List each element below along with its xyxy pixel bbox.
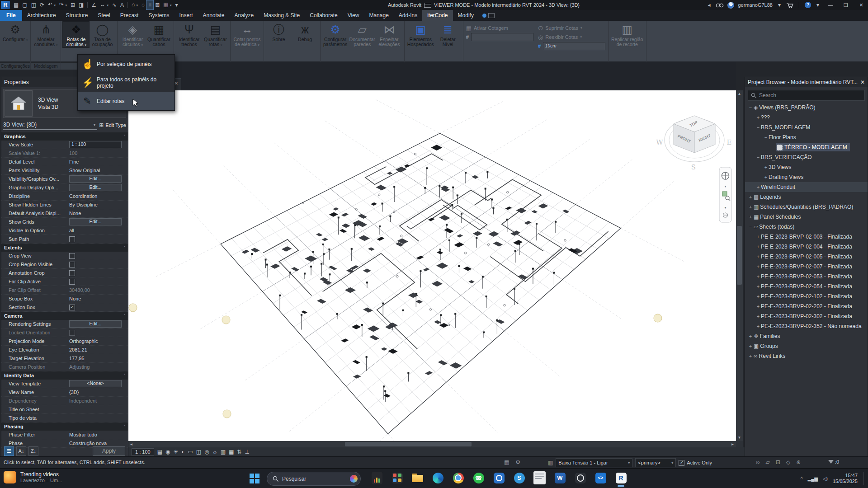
workset-selector[interactable]: Baixa Tensão 1 - Ligar▾ [556,458,632,467]
tree-item-legends[interactable]: +▤Legends [745,192,868,202]
select-underlay-icon[interactable]: ▱ [766,459,770,465]
vertical-scrollbar-thumb[interactable] [737,226,742,285]
default-3d-view-icon[interactable]: ⌂ ▾ [130,0,140,10]
close-hidden-windows-icon[interactable]: ⊠ [153,0,161,9]
section-extents[interactable]: Extentsˆ [1,244,128,252]
worksharing-monitor-icon[interactable]: ▦ [504,459,509,465]
tree-item-pe-e-2023-brvp-02-003-finalizada[interactable]: +PE-E-2023-BRVP-02-003 - Finalizada [745,232,868,242]
thin-lines-icon[interactable]: ≡ [146,0,153,9]
tree-item-brs-verifica-o[interactable]: −BRS_VERIFICAÇÃO [745,152,868,162]
tab-collaborate[interactable]: Collaborate [305,10,342,21]
minimize-button[interactable]: — [825,2,836,8]
network-icon[interactable]: ▂▄▆ [807,476,817,481]
identify-segments-button[interactable]: ΨIdentificartrechos [176,22,202,47]
tree-item-sheets-todas-[interactable]: −▱Sheets (todas) [745,222,868,232]
model-conduits-button[interactable]: ⋔Modelarconduítes ▾ [33,22,59,47]
tab-file[interactable]: File [0,10,22,21]
menu-item-por-sele-o-de-pain-is[interactable]: ☝Por seleção de painéis [78,55,175,73]
back-arrow-icon[interactable]: ◂ [706,0,712,9]
undo-icon[interactable]: ↶ ▾ [46,0,57,10]
help-icon[interactable]: ? [805,2,811,8]
offset-input[interactable]: 10cm [543,42,605,50]
debug-button[interactable]: жDebug [292,22,318,42]
selection-filter-icon[interactable]: :0 [828,459,839,465]
menu-item-editar-rotas[interactable]: ✎Editar rotas [78,92,175,110]
view-selector[interactable]: 3D View: {3D}▾ [3,120,97,130]
edit-type-button[interactable]: Edit Type [105,122,126,128]
text-icon[interactable]: A [118,0,126,9]
menu-item-para-todos-os-pain-is-do-proje[interactable]: ⚡Para todos os painéis do projeto [78,73,175,92]
tab-add-ins[interactable]: Add-Ins [394,10,422,21]
tab-steel[interactable]: Steel [93,10,115,21]
tab-massing-site[interactable]: Massing & Site [259,10,305,21]
select-by-face-icon[interactable]: ◇ [786,459,790,465]
show-crop-icon[interactable]: ◫ [196,449,201,455]
visual-style-icon[interactable]: ◉ [165,449,170,455]
occupancy-rate-button[interactable]: ◯Taxa deocupação [89,22,115,47]
tree-item-panel-schedules[interactable]: +▦Panel Schedules [745,212,868,222]
measure-icon[interactable]: ∠ [90,0,98,9]
print-icon[interactable]: ⊞ [69,0,77,9]
cart-icon[interactable] [786,2,793,8]
design-option-selector[interactable]: <primary>▾ [635,458,676,467]
drawing-area[interactable]: WESTOPFRONTRIGHT▾▾ [128,90,736,441]
project-browser-close-icon[interactable]: ✕ [860,77,865,87]
suppress-dims-label[interactable]: Suprimir Cotas [545,25,578,31]
temporary-view-icon[interactable]: ▦ [229,449,234,455]
shadows-icon[interactable]: ◐ [181,449,184,455]
show-desktop-button[interactable] [863,472,865,485]
tab-architecture[interactable]: Architecture [22,10,61,21]
checkbox[interactable] [69,279,75,285]
taskbar-search-input[interactable]: Pesquisar [267,472,361,486]
edit-button[interactable]: <None> [69,380,122,387]
quantify-routes-button[interactable]: ▤Quantificarrotas ▾ [202,22,228,47]
temporary-hide-icon[interactable]: ◎ [204,449,209,455]
revit-icon[interactable]: R [615,472,627,484]
checkbox[interactable] [69,270,75,276]
tree-item-t-rreo-modelagem[interactable]: TÉRREO - MODELAGEM [745,142,868,152]
tree-item-schedules-quantities-brs-padr-o-[interactable]: +▥Schedules/Quantities (BRS_PADRÃO) [745,202,868,212]
tree-item-pe-e-2023-brvp-02-054-finalizada[interactable]: +PE-E-2023-BRVP-02-054 - Finalizada [745,282,868,291]
search-binoculars-icon[interactable] [716,2,724,8]
tab-structure[interactable]: Structure [61,10,93,21]
hosted-elements-button[interactable]: ▣ElementosHospedados [406,22,435,47]
notepad-icon[interactable] [533,472,546,484]
checkbox[interactable] [69,262,75,267]
properties-icon[interactable]: ▤ [12,0,20,9]
tree-item-pe-e-2023-brvp-02-202-finalizada[interactable]: +PE-E-2023-BRVP-02-202 - Finalizada [745,301,868,311]
tab-analyze[interactable]: Analyze [230,10,259,21]
worksharing-display-icon[interactable]: ▥ [221,449,226,455]
user-menu-chevron-icon[interactable]: ▾ [776,0,783,9]
tree-item-wireinconduit[interactable]: +WireInConduit [745,182,868,192]
tree-item-pe-e-2023-brvp-02-005-finalizada[interactable]: +PE-E-2023-BRVP-02-005 - Finalizada [745,252,868,262]
tree-item-families[interactable]: +❖Families [745,331,868,341]
checkbox[interactable] [69,330,75,336]
crop-view-icon[interactable]: ▭ [188,449,193,455]
chrome-icon[interactable] [452,472,464,484]
section-camera[interactable]: Cameraˆ [1,312,128,320]
circuit-routes-button[interactable]: ❖Rotas decircuitos ▾ [63,22,89,47]
vscode-icon[interactable]: <> [594,472,607,484]
ribbon-state-icon[interactable] [488,13,495,18]
sort-ascending-icon[interactable]: A↓ [16,446,26,456]
tree-item-pe-e-2023-brvp-02-053-finalizada[interactable]: +PE-E-2023-BRVP-02-053 - Finalizada [745,272,868,282]
edit-button[interactable]: Edit... [69,218,122,225]
scale-button[interactable]: 1 : 100 [132,448,154,456]
help-chevron-icon[interactable]: ▾ [815,0,821,9]
tree-item-pe-e-2023-brvp-02-004-finalizada[interactable]: +PE-E-2023-BRVP-02-004 - Finalizada [745,242,868,252]
tree-item-pe-e-2023-brvp-02-007-finalizada[interactable]: +PE-E-2023-BRVP-02-007 - Finalizada [745,262,868,272]
section-graphics[interactable]: Graphicsˆ [1,132,128,141]
section-icon[interactable]: ◌ [140,0,146,9]
drag-on-selection-icon[interactable]: ※ [796,459,801,465]
tray-chevron-icon[interactable]: ^ [801,476,803,481]
weather-widget[interactable]: Trending videos Lavertezzo – Um... [4,471,62,483]
select-links-icon[interactable]: ∞ [756,459,760,465]
app-dark-icon[interactable] [371,472,383,484]
username[interactable]: germanoG7L88 [738,2,772,8]
save-icon[interactable]: ◫ [29,0,38,9]
select-pinned-icon[interactable]: ⊡ [776,459,780,465]
word-icon[interactable]: W [554,472,566,484]
tree-item-groups[interactable]: +▣Groups [745,341,868,351]
selection-indicator-icon[interactable] [482,14,486,18]
tree-item-pe-e-2023-brvp-02-102-finalizada[interactable]: +PE-E-2023-BRVP-02-102 - Finalizada [745,291,868,301]
